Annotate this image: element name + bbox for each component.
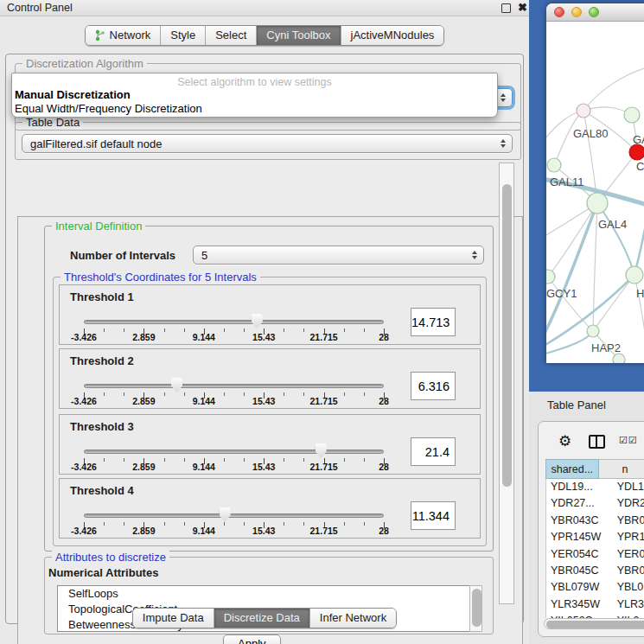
network-canvas[interactable]: GAL80 GA C GAL11 GAL4 GCY1 H HAP2 xyxy=(546,22,644,363)
threshold-2-box: Threshold 2 -3.426 2.859 9.144 15.43 21.… xyxy=(59,348,481,409)
number-of-intervals-combobox[interactable]: 5 xyxy=(193,245,484,265)
tick-label: 21.715 xyxy=(310,462,338,472)
table-row[interactable]: YLR345WYLR3 xyxy=(546,596,644,613)
tab-discretize-data[interactable]: Discretize Data xyxy=(214,609,309,628)
tick-label: 9.144 xyxy=(193,396,215,406)
threshold-3-value-field[interactable] xyxy=(411,437,456,466)
node-attribute-table: shared... n YDL19...YDL1 YDR27...YDR2 YB… xyxy=(545,459,644,644)
table-panel-title: Table Panel xyxy=(547,399,606,411)
tick-label: 21.715 xyxy=(310,526,338,536)
node[interactable] xyxy=(613,354,625,363)
network-view-window: GAL80 GA C GAL11 GAL4 GCY1 H HAP2 xyxy=(546,3,644,363)
combo-stepper-icon xyxy=(472,251,477,259)
float-window-icon[interactable] xyxy=(501,3,511,13)
table-data-combobox[interactable]: galFiltered.sif default node xyxy=(22,134,513,153)
node-hap2[interactable] xyxy=(587,325,599,337)
network-icon xyxy=(95,29,105,41)
close-icon[interactable]: ✖ xyxy=(518,1,527,14)
table-row[interactable]: YDR27...YDR2 xyxy=(546,495,644,512)
threshold-2-value-field[interactable] xyxy=(411,372,456,400)
tick-label: 15.43 xyxy=(252,526,275,536)
bottom-tab-bar: Impute Data Discretize Data Infer Networ… xyxy=(0,608,529,628)
threshold-2-slider-handle[interactable] xyxy=(171,378,182,392)
table-panel: ⚙ ☑☑ shared... n YDL19...YDL1 YDR27...YD… xyxy=(538,421,644,637)
select-columns-checkboxes-icon[interactable]: ☑☑ xyxy=(619,435,638,446)
tick-label: 28 xyxy=(379,332,389,342)
threshold-4-value-field[interactable] xyxy=(411,501,456,530)
threshold-coordinates-group: Threshold's Coordinates for 5 Intervals … xyxy=(53,277,487,546)
tab-jactivemnodules[interactable]: jActiveMNodules xyxy=(341,26,444,45)
network-window-titlebar xyxy=(546,3,644,22)
tick-label: 9.144 xyxy=(193,526,215,536)
close-traffic-light[interactable] xyxy=(554,7,564,17)
node-gal11[interactable] xyxy=(547,158,561,172)
threshold-3-slider-handle[interactable] xyxy=(316,443,327,458)
threshold-2-slider-track[interactable] xyxy=(84,384,384,388)
minimize-traffic-light[interactable] xyxy=(571,7,582,17)
node[interactable] xyxy=(626,266,643,284)
apply-button[interactable]: Apply xyxy=(223,634,281,644)
cyni-toolbox-panel: Discretization Algorithm Table Data galF… xyxy=(5,54,524,624)
table-horizontal-scrollbar[interactable] xyxy=(544,618,644,629)
node-label-gcy1: GCY1 xyxy=(546,287,577,300)
list-item[interactable]: SelfLoops xyxy=(58,586,481,602)
tab-impute-data[interactable]: Impute Data xyxy=(133,609,214,628)
tick-label: 9.144 xyxy=(193,462,215,472)
node[interactable] xyxy=(624,107,640,123)
network-nodes[interactable] xyxy=(546,104,644,363)
threshold-coordinates-label: Threshold's Coordinates for 5 Intervals xyxy=(61,271,260,284)
option-manual-discretization[interactable]: Manual Discretization xyxy=(12,88,497,102)
numerical-attributes-label: Numerical Attributes xyxy=(48,566,158,579)
tick-marks xyxy=(84,392,385,399)
node-gal4[interactable] xyxy=(587,193,608,214)
tick-label: 28 xyxy=(379,396,389,406)
tab-network[interactable]: Network xyxy=(86,26,161,45)
table-row[interactable]: YER054CYER0 xyxy=(546,546,644,563)
tick-label: -3.426 xyxy=(71,526,97,536)
algorithm-popup-hint: Select algorithm to view settings xyxy=(12,73,497,88)
node-gal80[interactable] xyxy=(577,104,590,118)
table-row[interactable]: YBR043CYBR0 xyxy=(546,513,644,529)
combo-stepper-icon xyxy=(501,93,506,102)
node-gcy1[interactable] xyxy=(546,270,555,284)
threshold-4-slider-track[interactable] xyxy=(84,513,384,518)
threshold-1-box: Threshold 1 -3.426 2.859 9.144 15.43 21.… xyxy=(59,284,481,345)
tab-infer-network[interactable]: Infer Network xyxy=(309,609,396,628)
gear-icon[interactable]: ⚙ xyxy=(558,432,571,450)
attributes-group-label: Attributes to discretize xyxy=(52,551,169,564)
table-row[interactable]: YBL079WYBL0 xyxy=(546,579,644,596)
table-row[interactable]: YDL19...YDL1 xyxy=(546,479,644,495)
columns-icon[interactable] xyxy=(589,435,605,449)
column-header-shared-name[interactable]: shared... xyxy=(545,459,599,479)
tick-label: 2.859 xyxy=(132,396,155,406)
tab-style[interactable]: Style xyxy=(160,26,205,45)
table-body[interactable]: YDL19...YDL1 YDR27...YDR2 YBR043CYBR0 YP… xyxy=(545,479,644,618)
tick-label: 15.43 xyxy=(252,396,275,406)
tick-label: 28 xyxy=(379,462,389,472)
threshold-1-slider-track[interactable] xyxy=(84,320,384,324)
panel-title: Control Panel xyxy=(7,2,73,14)
threshold-3-slider-track[interactable] xyxy=(84,450,384,454)
option-equal-width-frequency[interactable]: Equal Width/Frequency Discretization xyxy=(12,102,497,116)
tick-label: 21.715 xyxy=(310,396,338,406)
discretization-algorithm-label: Discretization Algorithm xyxy=(22,57,147,70)
node-label-gal4: GAL4 xyxy=(598,218,627,231)
tick-label: 15.43 xyxy=(252,462,275,472)
number-of-intervals-value: 5 xyxy=(201,249,207,262)
settings-scrollbar[interactable] xyxy=(499,163,514,604)
zoom-traffic-light[interactable] xyxy=(589,7,599,17)
threshold-1-value-field[interactable] xyxy=(411,308,456,336)
table-row[interactable]: YPR145WYPR1 xyxy=(546,529,644,545)
column-header-name[interactable]: n xyxy=(599,459,644,479)
tab-select[interactable]: Select xyxy=(205,26,256,45)
node-selected-red[interactable] xyxy=(629,144,644,160)
node-label-hap2: HAP2 xyxy=(591,341,621,354)
threshold-4-slider-handle[interactable] xyxy=(220,507,231,522)
node-label-partial: GA xyxy=(633,133,644,146)
threshold-1-slider-handle[interactable] xyxy=(252,314,263,328)
tick-label: 28 xyxy=(379,526,389,536)
tab-cyni-toolbox[interactable]: Cyni Toolbox xyxy=(256,26,340,45)
control-panel: Control Panel ✖ Network Style Select Cyn… xyxy=(0,0,529,644)
tick-label: -3.426 xyxy=(71,332,97,342)
table-row[interactable]: YBR045CYBR0 xyxy=(546,563,644,579)
